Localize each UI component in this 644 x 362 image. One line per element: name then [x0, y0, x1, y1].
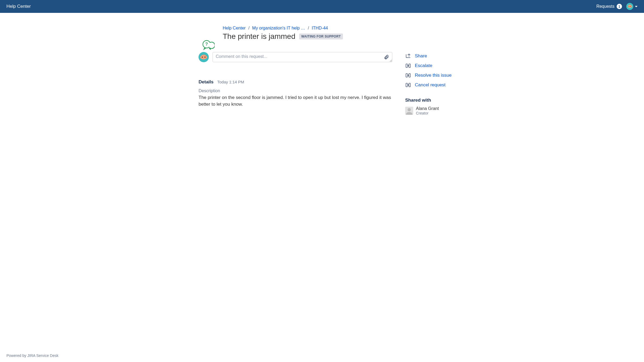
content-row: Details Today 1:14 PM Description The pr… [199, 52, 475, 115]
left-column: Details Today 1:14 PM Description The pr… [199, 52, 392, 115]
page: ? Help Center / My organization's IT hel… [164, 13, 480, 131]
svg-point-6 [202, 57, 203, 58]
request-header: Help Center / My organization's IT help … [223, 26, 475, 41]
svg-rect-10 [406, 73, 408, 77]
share-icon [405, 53, 411, 59]
participant-name: Alana Grant [416, 106, 439, 111]
description-label: Description [199, 88, 392, 93]
breadcrumb-separator: / [248, 26, 249, 31]
topbar: Help Center Requests 1 [0, 0, 644, 13]
breadcrumb-project[interactable]: My organization's IT help … [252, 26, 305, 31]
description-value: The printer on the second floor is jamme… [199, 94, 392, 108]
chevron-down-icon [635, 6, 638, 7]
comment-row [199, 52, 392, 63]
svg-point-7 [204, 57, 206, 58]
svg-text:?: ? [205, 42, 208, 46]
footer-text: Powered by JIRA Service Desk [6, 353, 58, 358]
avatar [199, 52, 209, 62]
details-section: Details Today 1:14 PM Description The pr… [199, 79, 392, 108]
svg-rect-12 [406, 83, 408, 87]
action-link: Resolve this issue [415, 73, 452, 78]
svg-point-14 [408, 108, 411, 111]
avatar-placeholder-icon [405, 107, 413, 115]
svg-point-2 [630, 6, 631, 7]
action-link: Share [415, 53, 427, 59]
svg-point-1 [629, 6, 630, 7]
svg-rect-8 [406, 64, 408, 67]
user-menu[interactable] [626, 3, 638, 10]
action-link: Escalate [415, 63, 432, 68]
transition-icon [405, 63, 411, 69]
breadcrumb-separator: / [308, 26, 309, 31]
attach-button[interactable] [383, 54, 390, 61]
request-summary: The printer is jammed [223, 32, 295, 41]
share-action[interactable]: Share [405, 53, 475, 59]
request-type-icon: ? [202, 40, 215, 50]
escalate-action[interactable]: Escalate [405, 63, 475, 69]
details-timestamp: Today 1:14 PM [217, 80, 244, 84]
comment-input[interactable] [213, 52, 392, 62]
action-link: Cancel request [415, 82, 445, 88]
resolve-action[interactable]: Resolve this issue [405, 72, 475, 78]
shared-with-heading: Shared with [405, 98, 475, 103]
paperclip-icon [384, 57, 389, 61]
topbar-right: Requests 1 [596, 3, 638, 10]
topbar-title[interactable]: Help Center [6, 4, 31, 9]
requests-count-badge: 1 [617, 4, 622, 9]
comment-input-wrap [213, 52, 392, 63]
shared-with-section: Shared with Alana Grant Creator [405, 98, 475, 115]
status-badge: WAITING FOR SUPPORT [299, 34, 343, 39]
participant-row: Alana Grant Creator [405, 106, 475, 115]
cancel-action[interactable]: Cancel request [405, 82, 475, 88]
requests-label: Requests [596, 4, 614, 9]
breadcrumb-home[interactable]: Help Center [223, 26, 246, 31]
details-heading: Details [199, 79, 214, 85]
avatar [626, 3, 633, 10]
requests-menu[interactable]: Requests 1 [596, 4, 622, 9]
transition-icon [405, 82, 411, 88]
action-list: Share Escalate [405, 53, 475, 88]
transition-icon [405, 72, 411, 78]
participant-role: Creator [416, 111, 439, 115]
right-column: Share Escalate [405, 52, 475, 115]
breadcrumb-key[interactable]: ITHD-44 [312, 26, 328, 31]
breadcrumb: Help Center / My organization's IT help … [223, 26, 475, 31]
